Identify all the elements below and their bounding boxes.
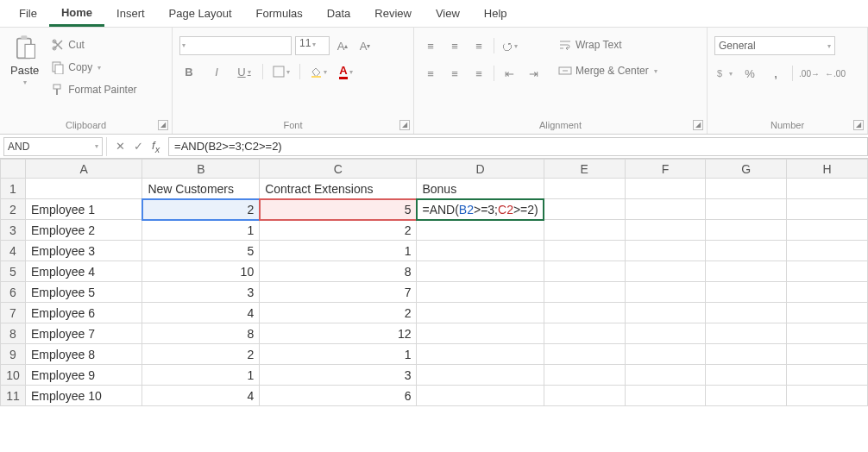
cell[interactable] bbox=[544, 241, 625, 261]
format-painter-button[interactable]: Format Painter bbox=[47, 81, 140, 98]
menu-file[interactable]: File bbox=[7, 2, 49, 25]
cell[interactable] bbox=[544, 344, 625, 365]
cell[interactable]: 5 bbox=[142, 241, 260, 261]
alignment-launcher[interactable]: ◢ bbox=[693, 120, 703, 130]
cell[interactable] bbox=[417, 386, 544, 406]
cell[interactable]: Employee 10 bbox=[26, 386, 142, 406]
cell[interactable] bbox=[544, 282, 625, 303]
row-header[interactable]: 2 bbox=[1, 199, 26, 220]
accept-formula-button[interactable]: ✓ bbox=[134, 140, 143, 153]
cell[interactable] bbox=[787, 344, 868, 365]
cell[interactable] bbox=[544, 220, 625, 241]
row-header[interactable]: 3 bbox=[1, 220, 26, 241]
menu-view[interactable]: View bbox=[424, 2, 472, 25]
increase-font-button[interactable]: A▴ bbox=[333, 36, 352, 55]
font-color-button[interactable]: A bbox=[337, 62, 355, 81]
col-header[interactable]: H bbox=[787, 160, 868, 179]
row-header[interactable]: 4 bbox=[1, 241, 26, 261]
font-launcher[interactable]: ◢ bbox=[399, 120, 410, 130]
cell[interactable]: 8 bbox=[260, 261, 417, 282]
cell[interactable] bbox=[706, 282, 787, 303]
row-header[interactable]: 11 bbox=[1, 386, 26, 406]
cell[interactable] bbox=[787, 303, 868, 323]
orientation-button[interactable]: ⭯ bbox=[500, 36, 519, 55]
cell[interactable] bbox=[787, 220, 868, 241]
percent-button[interactable]: % bbox=[740, 64, 759, 83]
cell[interactable]: 2 bbox=[260, 220, 417, 241]
cell[interactable]: Employee 6 bbox=[26, 303, 142, 323]
row-header[interactable]: 1 bbox=[1, 179, 26, 199]
cell[interactable] bbox=[787, 199, 868, 220]
align-middle-button[interactable]: ≡ bbox=[445, 36, 464, 55]
cell[interactable]: New Customers bbox=[142, 179, 260, 199]
cell[interactable] bbox=[544, 323, 625, 344]
cell[interactable] bbox=[26, 179, 142, 199]
cell[interactable] bbox=[544, 365, 625, 386]
menu-pagelayout[interactable]: Page Layout bbox=[157, 2, 244, 25]
wrap-text-button[interactable]: Wrap Text bbox=[555, 36, 661, 53]
cell[interactable] bbox=[787, 323, 868, 344]
fill-color-button[interactable] bbox=[309, 62, 328, 81]
cell[interactable] bbox=[706, 344, 787, 365]
comma-button[interactable]: , bbox=[766, 64, 785, 83]
col-header[interactable]: B bbox=[142, 160, 260, 179]
cell[interactable] bbox=[787, 241, 868, 261]
cell[interactable]: 1 bbox=[260, 344, 417, 365]
decrease-indent-button[interactable]: ⇤ bbox=[500, 64, 519, 83]
row-header[interactable]: 7 bbox=[1, 303, 26, 323]
cell[interactable]: 3 bbox=[142, 282, 260, 303]
cell[interactable] bbox=[787, 179, 868, 199]
cancel-formula-button[interactable]: ✕ bbox=[116, 140, 125, 153]
cell[interactable] bbox=[706, 199, 787, 220]
select-all-corner[interactable] bbox=[1, 160, 26, 179]
row-header[interactable]: 8 bbox=[1, 323, 26, 344]
cell[interactable] bbox=[706, 220, 787, 241]
cell[interactable] bbox=[625, 303, 706, 323]
number-format-select[interactable]: General ▾ bbox=[714, 36, 835, 55]
cell[interactable] bbox=[625, 179, 706, 199]
cell[interactable]: 8 bbox=[142, 323, 260, 344]
cell[interactable] bbox=[625, 282, 706, 303]
cell[interactable] bbox=[417, 241, 544, 261]
cell[interactable]: Employee 7 bbox=[26, 323, 142, 344]
cell[interactable]: 4 bbox=[142, 303, 260, 323]
menu-review[interactable]: Review bbox=[362, 2, 424, 25]
copy-button[interactable]: Copy bbox=[47, 59, 140, 76]
cell[interactable]: Employee 8 bbox=[26, 344, 142, 365]
cell[interactable] bbox=[544, 386, 625, 406]
col-header[interactable]: E bbox=[544, 160, 625, 179]
align-top-button[interactable]: ≡ bbox=[421, 36, 440, 55]
fx-icon[interactable]: fx bbox=[152, 139, 160, 154]
name-box[interactable]: AND ▾ bbox=[3, 137, 103, 156]
col-header[interactable]: G bbox=[706, 160, 787, 179]
cell[interactable]: Contract Extensions bbox=[260, 179, 417, 199]
font-size-select[interactable]: 11 bbox=[295, 36, 330, 55]
cell[interactable]: 4 bbox=[142, 386, 260, 406]
cell[interactable] bbox=[706, 323, 787, 344]
cell[interactable] bbox=[625, 323, 706, 344]
decrease-decimal-button[interactable]: ←.00 bbox=[826, 64, 845, 83]
italic-button[interactable]: I bbox=[207, 62, 226, 81]
cell[interactable] bbox=[625, 241, 706, 261]
menu-data[interactable]: Data bbox=[315, 2, 362, 25]
col-header[interactable]: D bbox=[417, 160, 544, 179]
row-header[interactable]: 5 bbox=[1, 261, 26, 282]
menu-formulas[interactable]: Formulas bbox=[244, 2, 315, 25]
cell[interactable] bbox=[625, 344, 706, 365]
menu-help[interactable]: Help bbox=[472, 2, 519, 25]
cell[interactable] bbox=[417, 344, 544, 365]
col-header[interactable]: F bbox=[625, 160, 706, 179]
number-launcher[interactable]: ◢ bbox=[853, 120, 864, 130]
cell[interactable] bbox=[544, 199, 625, 220]
cell[interactable] bbox=[787, 261, 868, 282]
cell[interactable]: 1 bbox=[142, 365, 260, 386]
cell[interactable]: Employee 9 bbox=[26, 365, 142, 386]
menu-insert[interactable]: Insert bbox=[104, 2, 157, 25]
cell[interactable]: 1 bbox=[142, 220, 260, 241]
cell[interactable]: 2 bbox=[142, 199, 260, 220]
cell[interactable] bbox=[544, 179, 625, 199]
cell[interactable] bbox=[706, 303, 787, 323]
cell[interactable] bbox=[706, 365, 787, 386]
paste-button[interactable]: Paste ▾ bbox=[7, 31, 42, 90]
cell[interactable]: Employee 4 bbox=[26, 261, 142, 282]
